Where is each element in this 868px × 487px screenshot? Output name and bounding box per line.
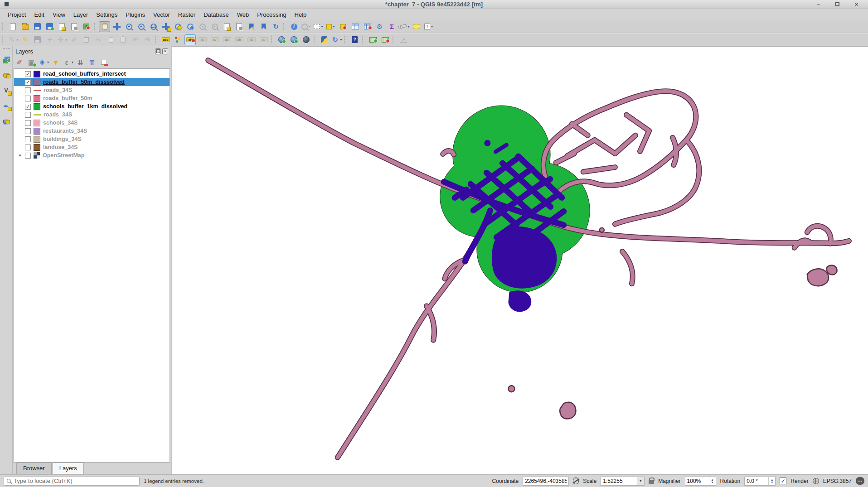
layer-roads-34s-2[interactable]: roads_34S (14, 111, 170, 119)
layer-checkbox[interactable] (25, 96, 31, 101)
extents-toggle-icon[interactable] (573, 477, 579, 484)
manage-map-themes-icon[interactable]: ◉ (38, 57, 49, 67)
layer-schools-34s[interactable]: schools_34S (14, 119, 170, 127)
minimize-button[interactable]: – (817, 2, 820, 7)
toolbar-handle[interactable] (362, 36, 365, 43)
pin-labels-icon[interactable]: ab (197, 34, 208, 45)
layer-schools-buffer-1km-dissolved[interactable]: schools_buffer_1km_dissolved (14, 102, 170, 111)
processing-toolbox-icon[interactable]: ⚙ (374, 21, 385, 32)
statistics-icon[interactable]: Σ (386, 21, 398, 32)
select-features-icon[interactable] (313, 21, 324, 32)
scale-input[interactable] (601, 477, 637, 486)
show-spatial-bookmarks-icon[interactable] (258, 21, 269, 32)
tab-browser[interactable]: Browser (16, 463, 52, 474)
menu-item-layer[interactable]: Layer (69, 10, 92, 19)
expander-icon[interactable] (18, 153, 22, 158)
layer-checkbox[interactable] (25, 136, 31, 142)
toolbar-handle[interactable] (155, 36, 158, 43)
text-annotation-icon[interactable]: T (423, 21, 434, 32)
render-checkbox[interactable]: ✓ (780, 477, 786, 484)
layer-checkbox[interactable] (25, 145, 31, 150)
layer-openstreetmap[interactable]: OpenStreetMap (14, 151, 170, 159)
modify-attributes-icon[interactable]: ✐ (68, 34, 80, 45)
toggle-editing-icon[interactable]: ✎ (19, 34, 31, 45)
vertex-tool-icon[interactable]: ✜ (56, 34, 68, 45)
menu-item-processing[interactable]: Processing (253, 10, 290, 19)
help-contents-icon[interactable]: ? (349, 34, 360, 45)
crs-globe-icon[interactable] (813, 478, 819, 484)
expand-all-icon[interactable]: ⇊ (75, 57, 85, 67)
new-print-layout-icon[interactable] (56, 21, 68, 32)
show-layout-manager-icon[interactable] (68, 21, 80, 32)
add-feature-icon[interactable]: ✚ (44, 34, 55, 45)
menu-item-raster[interactable]: Raster (174, 10, 199, 19)
menu-item-view[interactable]: View (48, 10, 69, 19)
toolbar-handle[interactable] (283, 23, 286, 30)
undo-icon[interactable]: ↶ (130, 34, 141, 45)
save-project-as-icon[interactable] (44, 21, 55, 32)
menu-item-help[interactable]: Help (291, 10, 311, 19)
close-button[interactable]: × (855, 2, 858, 7)
highlight-labels-icon[interactable]: ab (184, 34, 196, 45)
layer-roads-34s-1[interactable]: roads_34S (14, 86, 170, 94)
save-project-icon[interactable] (32, 21, 43, 32)
magnifier-input[interactable] (685, 478, 709, 484)
toolbar-handle[interactable] (94, 23, 97, 30)
zoom-to-layer-icon[interactable] (184, 21, 196, 32)
toolbar-handle[interactable] (2, 23, 5, 30)
data-source-manager-icon[interactable] (1, 54, 12, 65)
layer-checkbox[interactable] (25, 87, 31, 93)
paste-features-icon[interactable] (117, 34, 129, 45)
panel-close-button[interactable]: × (162, 48, 168, 54)
toolbar-handle[interactable] (3, 48, 10, 50)
new-shapefile-layer-icon[interactable]: V (1, 85, 12, 96)
label-properties-icon[interactable]: ab (258, 34, 269, 45)
add-wfs-layer-icon[interactable] (288, 34, 300, 45)
filter-expression-icon[interactable]: ε (63, 57, 73, 67)
show-hide-labels-icon[interactable]: ab (209, 34, 220, 45)
rotation-input[interactable] (745, 478, 768, 484)
select-by-value-icon[interactable] (325, 21, 336, 32)
maximize-button[interactable] (835, 2, 839, 6)
coordinate-input[interactable] (523, 477, 569, 486)
zoom-to-selection-icon[interactable] (172, 21, 184, 32)
rotate-label-icon[interactable]: ab (233, 34, 245, 45)
layer-checkbox[interactable] (25, 71, 31, 77)
zoom-next-icon[interactable]: ▸ (209, 21, 220, 32)
rotation-spinbox[interactable] (744, 477, 776, 486)
current-edits-icon[interactable]: ✎ (7, 34, 19, 45)
new-project-icon[interactable] (7, 21, 19, 32)
move-label-icon[interactable]: ab (221, 34, 233, 45)
identify-features-icon[interactable]: i (288, 21, 300, 32)
layer-restaurants-34s[interactable]: restaurants_34S (14, 127, 170, 135)
pan-to-selection-icon[interactable] (111, 21, 122, 32)
toolbar-handle[interactable] (344, 36, 347, 43)
delete-selected-icon[interactable] (81, 34, 92, 45)
metasearch-icon[interactable] (301, 34, 312, 45)
messages-icon[interactable] (856, 477, 864, 485)
change-label-icon[interactable]: ab (246, 34, 257, 45)
zoom-in-icon[interactable]: + (123, 21, 135, 32)
layer-landuse-34s[interactable]: landuse_34S (14, 143, 170, 151)
locate-input[interactable] (14, 477, 136, 484)
open-attribute-table-icon[interactable] (349, 21, 361, 32)
layer-checkbox[interactable] (25, 128, 31, 134)
menu-item-database[interactable]: Database (199, 10, 233, 19)
refresh-map-icon[interactable]: ↻ (270, 21, 281, 32)
menu-item-edit[interactable]: Edit (30, 10, 48, 19)
new-3d-map-view-icon[interactable] (233, 21, 245, 32)
spinner-arrows[interactable] (709, 477, 716, 485)
toolbar-handle[interactable] (314, 36, 317, 43)
cut-features-icon[interactable]: ✂ (93, 34, 104, 45)
save-layer-edits-icon[interactable] (32, 34, 43, 45)
layer-checkbox[interactable] (25, 104, 31, 110)
toolbar-handle[interactable] (393, 36, 396, 43)
toolbar-handle[interactable] (2, 36, 5, 43)
layer-checkbox[interactable] (25, 112, 31, 118)
tab-layers[interactable]: Layers (53, 463, 84, 474)
menu-item-vector[interactable]: Vector (149, 10, 174, 19)
redo-icon[interactable]: ↷ (142, 34, 153, 45)
layer-labeling-icon[interactable]: abc (160, 34, 171, 45)
new-map-view-icon[interactable] (221, 21, 233, 32)
map-tips-icon[interactable] (411, 21, 422, 32)
